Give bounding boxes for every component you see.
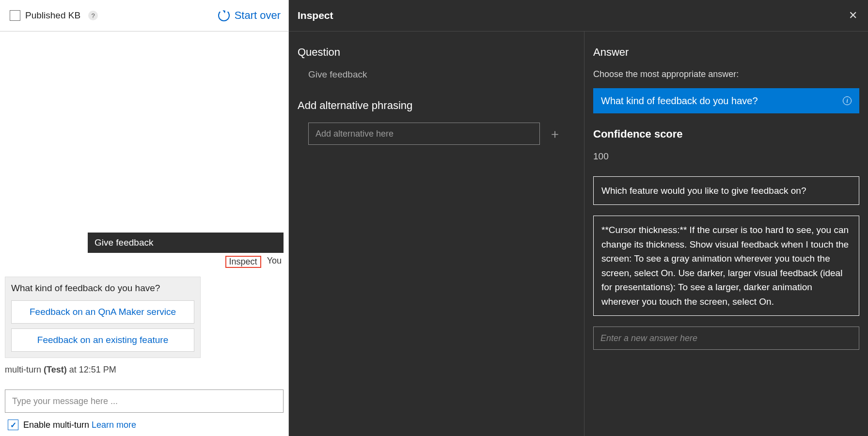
selected-answer-text: What kind of feedback do you have? <box>601 95 758 107</box>
user-message-meta: Inspect You <box>5 253 284 277</box>
multiturn-row: ✓ Enable multi-turn Learn more <box>5 413 284 432</box>
help-icon[interactable]: ? <box>88 11 98 20</box>
inspect-columns: Question Give feedback Add alternative p… <box>289 31 868 436</box>
confidence-heading: Confidence score <box>593 128 859 140</box>
close-icon[interactable]: ✕ <box>849 9 857 22</box>
alt-phrasing-heading: Add alternative phrasing <box>298 99 575 112</box>
inspect-title: Inspect <box>298 10 333 21</box>
answer-choose-label: Choose the most appropriate answer: <box>593 69 859 79</box>
bot-meta-name: multi-turn <box>5 365 44 374</box>
published-kb-group: Published KB ? <box>10 10 98 21</box>
start-over-button[interactable]: Start over <box>218 9 284 22</box>
chat-footer: ✓ Enable multi-turn Learn more <box>0 389 288 436</box>
multiturn-label: Enable multi-turn <box>23 420 92 430</box>
alt-phrasing-row: ＋ <box>298 123 575 145</box>
user-message-row: Give feedback <box>5 233 284 253</box>
bot-meta-time-prefix: at <box>67 365 79 374</box>
prompt-button-existing-feature[interactable]: Feedback on an existing feature <box>11 328 194 352</box>
new-answer-input[interactable] <box>593 327 859 350</box>
user-message: Give feedback <box>88 233 284 253</box>
start-over-label: Start over <box>235 9 281 22</box>
answer-column: Answer Choose the most appropriate answe… <box>584 31 868 436</box>
info-icon[interactable]: i <box>843 96 852 105</box>
published-kb-checkbox[interactable] <box>10 10 20 21</box>
user-meta-you: You <box>267 256 282 268</box>
bot-meta-test: (Test) <box>44 365 67 374</box>
published-kb-label: Published KB <box>25 10 80 21</box>
message-input[interactable] <box>5 389 284 413</box>
bot-question: What kind of feedback do you have? <box>11 283 194 294</box>
inspect-header: Inspect ✕ <box>289 0 868 31</box>
answer-heading: Answer <box>593 46 859 59</box>
multiturn-checkbox[interactable]: ✓ <box>8 420 18 430</box>
bot-meta: multi-turn (Test) at 12:51 PM <box>5 365 284 389</box>
selected-answer[interactable]: What kind of feedback do you have? i <box>593 88 859 113</box>
learn-more-link[interactable]: Learn more <box>92 420 136 430</box>
answer-candidate-2[interactable]: **Cursor thickness:** If the curser is t… <box>593 216 859 316</box>
prompt-button-qna-service[interactable]: Feedback on an QnA Maker service <box>11 300 194 324</box>
inspect-button[interactable]: Inspect <box>225 256 261 268</box>
alt-phrasing-input[interactable] <box>308 123 540 145</box>
question-heading: Question <box>298 46 575 59</box>
question-text: Give feedback <box>298 69 575 80</box>
bot-response-card: What kind of feedback do you have? Feedb… <box>5 277 201 358</box>
question-column: Question Give feedback Add alternative p… <box>289 31 584 436</box>
answer-candidate-1[interactable]: Which feature would you like to give fee… <box>593 176 859 205</box>
add-alt-icon[interactable]: ＋ <box>549 125 561 142</box>
inspect-pane: Inspect ✕ Question Give feedback Add alt… <box>289 0 868 436</box>
chat-body: Give feedback Inspect You What kind of f… <box>0 31 288 389</box>
refresh-icon <box>218 10 230 21</box>
confidence-value: 100 <box>593 151 859 162</box>
chat-header: Published KB ? Start over <box>0 0 288 31</box>
chat-panel: Published KB ? Start over Give feedback … <box>0 0 289 436</box>
bot-meta-time: 12:51 PM <box>79 365 116 374</box>
